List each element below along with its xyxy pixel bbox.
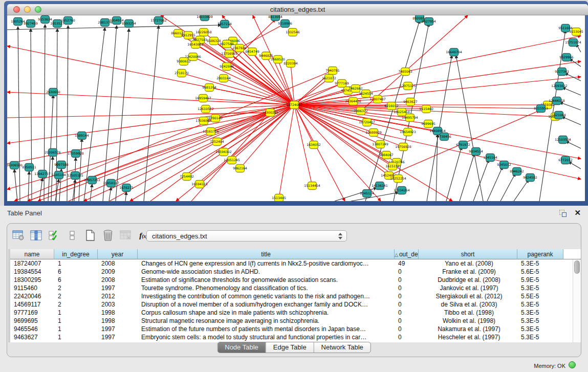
graph-node[interactable]: 1589144 (75, 132, 89, 140)
graph-edge (473, 160, 489, 201)
graph-node[interactable]: 9627954 (422, 18, 436, 26)
table-row[interactable]: 1830029562008Estimation of significance … (10, 276, 581, 284)
graph-node[interactable]: 2630650 (46, 89, 60, 96)
graph-node[interactable]: 15252254 (390, 175, 406, 183)
clear-column-selection-button[interactable] (65, 229, 79, 243)
graph-node[interactable]: 9624502 (523, 174, 537, 182)
graph-node[interactable]: 12610562 (198, 105, 214, 113)
graph-node[interactable]: 10807487 (369, 96, 386, 103)
show-columns-button[interactable] (29, 229, 43, 243)
table-row[interactable]: 969969511998Structural magnetic resonanc… (10, 317, 581, 325)
table-source-select[interactable]: citations_edges.txt (146, 230, 347, 242)
graph-node[interactable]: 18720407 (359, 119, 375, 126)
graph-node[interactable]: 7485063 (398, 68, 412, 76)
graph-node[interactable]: 9738456 (437, 133, 451, 141)
table-row[interactable]: 2242004622012Investigating the contribut… (10, 292, 581, 300)
graph-node[interactable]: 2803144 (216, 75, 231, 82)
graph-node[interactable]: 7857224 (217, 20, 232, 28)
delete-column-button[interactable] (101, 229, 115, 243)
graph-node[interactable]: 8220384 (284, 60, 298, 68)
graph-node[interactable]: 15751074 (565, 39, 581, 47)
graph-node[interactable]: 1245164 (483, 154, 497, 162)
graph-node[interactable]: 13807249 (372, 141, 388, 148)
table-row[interactable]: 946362711997Embryonic stem cells: a mode… (10, 333, 581, 341)
column-header-short[interactable]: short (419, 249, 517, 259)
graph-node[interactable]: 8186328 (207, 37, 221, 45)
graph-node[interactable]: 8215953 (534, 105, 548, 113)
graph-node[interactable]: 18226058 (195, 29, 212, 36)
graph-node[interactable]: 20364436 (345, 98, 361, 105)
column-header-pagerank[interactable]: pagerank (517, 249, 563, 259)
create-column-button[interactable] (83, 229, 97, 243)
graph-node[interactable]: 8593254 (122, 20, 136, 28)
graph-node[interactable]: 9862164 (233, 165, 247, 172)
graph-node[interactable]: 17359928 (68, 150, 84, 158)
graph-node[interactable]: 1568520 (271, 56, 285, 63)
graph-node[interactable]: 8813054 (268, 15, 282, 21)
graph-node[interactable]: 10688609 (365, 129, 382, 137)
graph-node[interactable]: 1634052 (307, 141, 321, 149)
tab-node-table[interactable]: Node Table (217, 342, 266, 353)
graph-node[interactable]: 16033809 (197, 15, 213, 21)
scrollbar-thumb[interactable] (574, 260, 580, 274)
graph-node[interactable]: 16594115 (191, 181, 208, 188)
graph-node[interactable]: 2718170 (175, 70, 189, 77)
graph-node[interactable]: 19654923 (400, 128, 416, 136)
graph-node[interactable]: 8454749 (245, 48, 259, 56)
graph-node[interactable]: 1145194 (52, 171, 66, 179)
column-header-out_de[interactable]: △out_de… (395, 249, 419, 259)
cell-title: Tourette syndrome. Phenomenology and cla… (138, 284, 395, 292)
vertical-scrollbar[interactable] (573, 259, 581, 342)
graph-node[interactable]: 15727062 (150, 17, 167, 25)
graph-node[interactable]: 7254402 (180, 173, 194, 181)
graph-node[interactable]: 26306500 (7, 162, 23, 169)
graph-node[interactable]: 6216012 (384, 102, 399, 110)
graph-node[interactable]: 3624554 (359, 90, 373, 98)
graph-node[interactable]: 1615152 (385, 163, 400, 170)
tab-network-table[interactable]: Network Table (314, 342, 371, 353)
table-row[interactable]: 1456911722003Disruption of a novel membe… (10, 300, 581, 309)
graph-node[interactable]: 9245012 (497, 161, 511, 169)
graph-node[interactable]: 7940781 (325, 67, 340, 75)
column-header-in_degree[interactable]: in_degree (54, 249, 98, 259)
graph-node[interactable]: 6791972 (456, 141, 470, 149)
select-all-columns-button[interactable] (47, 229, 61, 243)
graph-node[interactable]: 9463627 (403, 98, 418, 106)
graph-node[interactable]: 9699695 (421, 120, 435, 128)
window-titlebar[interactable]: citations_edges.txt (7, 4, 588, 15)
graph-node[interactable]: 9681204 (202, 84, 216, 92)
graph-node[interactable]: 20206576 (45, 149, 61, 157)
graph-node[interactable]: 9380612 (177, 58, 191, 65)
table-row[interactable]: 1872400712008Changes of HCN gene express… (10, 259, 581, 268)
float-panel-icon[interactable] (559, 210, 567, 217)
graph-node[interactable]: 9115460 (419, 105, 433, 113)
graph-node[interactable]: 1332546 (286, 29, 300, 36)
table-settings-button[interactable] (11, 229, 25, 243)
table-row[interactable]: 946554611997Estimation of the future num… (10, 325, 581, 333)
graph-node[interactable]: 19756928 (395, 143, 411, 151)
graph-node[interactable]: 16594302 (215, 148, 232, 156)
table-row[interactable]: 1938455462009Genome-wide association stu… (10, 268, 581, 276)
graph-node[interactable]: 9777169 (335, 80, 349, 87)
tab-edge-table[interactable]: Edge Table (266, 342, 314, 353)
graph-node[interactable]: 13942737 (34, 170, 51, 178)
graph-node[interactable]: 8927459 (24, 20, 38, 28)
graph-node[interactable]: 1621072 (322, 75, 336, 82)
graph-node[interactable]: 12975125 (400, 82, 416, 90)
network-canvas[interactable]: 1872400718300295866012389129551822605898… (7, 15, 585, 201)
graph-node[interactable]: 15134454 (304, 182, 320, 190)
graph-node[interactable]: 9245124 (360, 190, 374, 198)
table-row[interactable]: 977716911998Corpus callosum shape and si… (10, 309, 581, 317)
graph-node[interactable]: 1678275 (119, 184, 134, 192)
column-header-title[interactable]: title (138, 249, 395, 259)
graph-node[interactable]: 8350511 (22, 164, 36, 171)
close-panel-icon[interactable]: ✕ (574, 208, 581, 217)
graph-node[interactable]: 1513445 (272, 194, 286, 202)
graph-node[interactable]: 8946242 (510, 168, 524, 176)
column-header-name[interactable]: name (10, 249, 54, 259)
table-row[interactable]: 911546021997Tourette syndrome. Phenomeno… (10, 284, 581, 292)
graph-node[interactable]: 12051245 (224, 157, 240, 164)
graph-node[interactable]: 16648784 (446, 49, 462, 56)
column-header-year[interactable]: year (98, 249, 138, 259)
graph-node[interactable]: 1805264 (11, 18, 25, 26)
